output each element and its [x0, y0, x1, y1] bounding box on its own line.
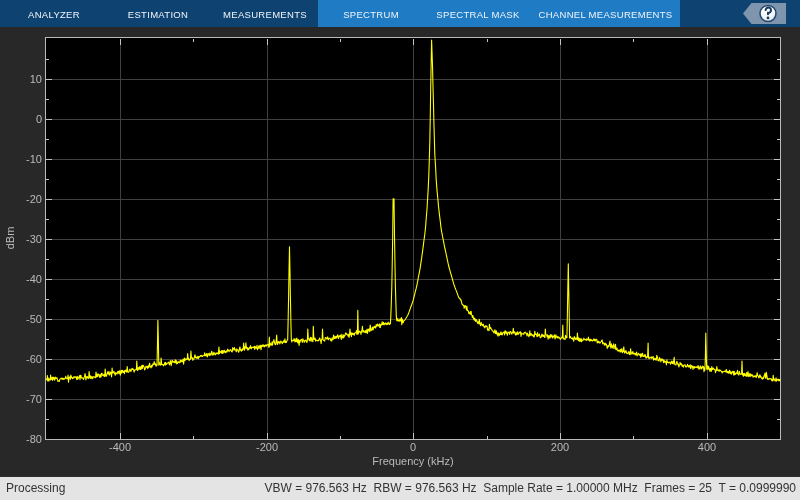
svg-text:-80: -80 [26, 433, 42, 445]
svg-text:0: 0 [36, 113, 42, 125]
svg-text:dBm: dBm [4, 227, 16, 250]
svg-text:10: 10 [30, 73, 42, 85]
svg-text:-60: -60 [26, 353, 42, 365]
svg-text:0: 0 [410, 441, 416, 453]
svg-text:-70: -70 [26, 393, 42, 405]
svg-text:-20: -20 [26, 193, 42, 205]
svg-text:-10: -10 [26, 153, 42, 165]
svg-text:-30: -30 [26, 233, 42, 245]
svg-text:-40: -40 [26, 273, 42, 285]
svg-text:400: 400 [698, 441, 716, 453]
svg-text:-200: -200 [256, 441, 278, 453]
svg-text:-400: -400 [109, 441, 131, 453]
svg-text:200: 200 [551, 441, 569, 453]
svg-text:-50: -50 [26, 313, 42, 325]
svg-text:Frequency (kHz): Frequency (kHz) [372, 455, 453, 467]
